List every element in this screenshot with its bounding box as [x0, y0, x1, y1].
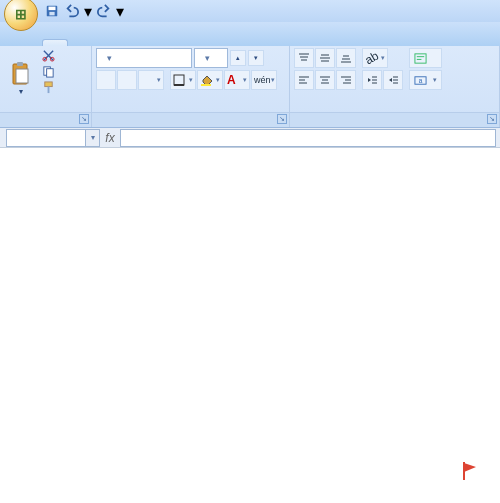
svg-rect-10	[45, 82, 52, 87]
copy-button[interactable]	[40, 64, 59, 79]
flag-icon	[460, 460, 482, 487]
bold-button[interactable]	[96, 70, 116, 90]
align-center-icon	[319, 74, 331, 86]
paintbrush-icon	[42, 81, 55, 94]
undo-icon	[65, 4, 79, 18]
bucket-icon	[200, 74, 212, 86]
ribbon: ▾ ↘	[0, 46, 500, 128]
font-size-combo[interactable]: ▾	[194, 48, 228, 68]
qat-customize[interactable]: ▾	[116, 3, 124, 19]
border-button[interactable]: ▾	[170, 70, 196, 90]
svg-rect-14	[201, 84, 211, 86]
align-center-button[interactable]	[315, 70, 335, 90]
fill-color-button[interactable]: ▾	[197, 70, 223, 90]
align-right-icon	[340, 74, 352, 86]
group-label-alignment: ↘	[290, 112, 499, 127]
decrease-indent-button[interactable]	[362, 70, 382, 90]
svg-rect-9	[47, 69, 54, 77]
increase-indent-button[interactable]	[383, 70, 403, 90]
font-name-combo[interactable]: ▾	[96, 48, 192, 68]
group-clipboard: ▾ ↘	[0, 46, 92, 127]
clipboard-dialog-launcher[interactable]: ↘	[79, 114, 89, 124]
name-box-dropdown[interactable]: ▾	[86, 129, 100, 147]
indent-left-icon	[366, 74, 378, 86]
shrink-font-button[interactable]: ▾	[248, 50, 264, 66]
copy-icon	[42, 65, 55, 78]
merge-icon: a	[414, 74, 427, 87]
svg-rect-4	[17, 62, 23, 66]
undo-button[interactable]	[64, 3, 80, 19]
merge-center-button[interactable]: a ▾	[409, 70, 442, 90]
title-bar: ⊞ ▾ ▾	[0, 0, 500, 22]
align-middle-button[interactable]	[315, 48, 335, 68]
align-middle-icon	[319, 52, 331, 64]
ribbon-tabstrip	[0, 22, 500, 46]
office-logo-icon: ⊞	[15, 6, 27, 22]
tab-home[interactable]	[42, 39, 68, 46]
scissors-icon	[42, 49, 55, 62]
svg-rect-39	[415, 53, 426, 62]
paste-button[interactable]: ▾	[4, 48, 38, 108]
svg-rect-12	[174, 75, 184, 85]
svg-rect-5	[16, 69, 28, 83]
align-right-button[interactable]	[336, 70, 356, 90]
underline-button[interactable]: ▾	[138, 70, 164, 90]
align-left-icon	[298, 74, 310, 86]
formula-input[interactable]	[120, 129, 496, 147]
redo-button[interactable]	[96, 3, 112, 19]
align-bottom-icon	[340, 52, 352, 64]
watermark	[456, 458, 492, 489]
chevron-down-icon: ▾	[19, 87, 23, 96]
undo-dropdown[interactable]: ▾	[84, 3, 92, 19]
phonetic-button[interactable]: wén▾	[251, 70, 277, 90]
cut-button[interactable]	[40, 48, 59, 63]
paste-icon	[10, 61, 32, 87]
save-icon	[45, 4, 59, 18]
group-label-font: ↘	[92, 112, 289, 127]
group-alignment: ab▾ a ▾	[290, 46, 500, 127]
alignment-dialog-launcher[interactable]: ↘	[487, 114, 497, 124]
svg-rect-11	[48, 87, 50, 94]
font-color-button[interactable]: A▾	[224, 70, 250, 90]
group-label-clipboard: ↘	[0, 112, 91, 127]
indent-right-icon	[387, 74, 399, 86]
format-painter-button[interactable]	[40, 80, 59, 95]
wrap-text-button[interactable]	[409, 48, 442, 68]
align-top-icon	[298, 52, 310, 64]
svg-rect-1	[49, 7, 56, 11]
orientation-button[interactable]: ab▾	[362, 48, 388, 68]
fx-icon[interactable]: fx	[100, 131, 120, 145]
align-left-button[interactable]	[294, 70, 314, 90]
align-top-button[interactable]	[294, 48, 314, 68]
border-icon	[173, 74, 185, 86]
svg-rect-2	[49, 12, 54, 16]
name-box[interactable]	[6, 129, 86, 147]
italic-button[interactable]	[117, 70, 137, 90]
redo-icon	[97, 4, 111, 18]
save-button[interactable]	[44, 3, 60, 19]
align-bottom-button[interactable]	[336, 48, 356, 68]
wrap-icon	[414, 52, 427, 65]
formula-bar: ▾ fx	[0, 128, 500, 148]
chevron-down-icon: ▾	[201, 53, 213, 63]
quick-access-toolbar: ▾ ▾	[44, 3, 124, 19]
font-dialog-launcher[interactable]: ↘	[277, 114, 287, 124]
grow-font-button[interactable]: ▴	[230, 50, 246, 66]
group-font: ▾ ▾ ▴ ▾ ▾ ▾	[92, 46, 290, 127]
chevron-down-icon: ▾	[103, 53, 115, 63]
svg-text:a: a	[419, 77, 423, 84]
